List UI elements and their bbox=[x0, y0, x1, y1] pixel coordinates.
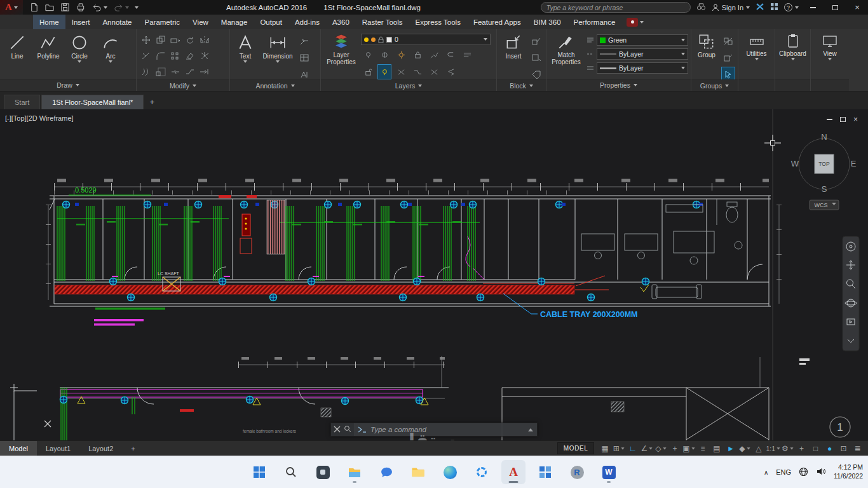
new-tab-button[interactable]: + bbox=[145, 95, 159, 109]
start-button[interactable] bbox=[247, 460, 271, 484]
view-cube[interactable]: N W E S TOP WCS bbox=[791, 132, 857, 210]
layer-properties-button[interactable]: Layer Properties bbox=[323, 31, 359, 65]
clock[interactable]: 4:12 PM 11/6/2022 bbox=[834, 463, 863, 480]
tab-insert[interactable]: Insert bbox=[65, 15, 97, 29]
panel-foot-modify[interactable]: Modify bbox=[137, 79, 229, 91]
status-clean-screen-toggle[interactable]: ⊡ bbox=[837, 442, 850, 455]
trim-tool[interactable] bbox=[139, 48, 153, 64]
panel-foot-draw[interactable]: Draw bbox=[0, 79, 136, 91]
status-3dosnap-toggle[interactable]: ◆ bbox=[738, 442, 751, 455]
lengthen-tool[interactable] bbox=[198, 64, 212, 79]
match-properties-button[interactable]: Match Properties bbox=[549, 31, 583, 65]
fillet-tool[interactable] bbox=[154, 48, 168, 64]
status-grid-toggle[interactable]: ▦ bbox=[598, 442, 611, 455]
panel-foot-groups[interactable]: Groups bbox=[691, 79, 738, 91]
command-customize-icon[interactable] bbox=[334, 424, 341, 435]
break-tool[interactable] bbox=[168, 64, 182, 79]
explode-tool[interactable] bbox=[198, 48, 212, 64]
rotate-tool[interactable] bbox=[183, 32, 197, 48]
create-block-tool[interactable] bbox=[529, 50, 543, 65]
tab-bim360[interactable]: BIM 360 bbox=[527, 15, 567, 29]
taskbar-blue-ring-app[interactable] bbox=[470, 460, 494, 484]
tab-addins[interactable]: Add-ins bbox=[288, 15, 326, 29]
panel-foot-layers[interactable]: Layers bbox=[321, 79, 496, 91]
taskbar-chat[interactable] bbox=[374, 460, 398, 484]
help-button[interactable]: ? bbox=[784, 3, 799, 11]
status-osnap-toggle[interactable]: ▣ bbox=[682, 442, 695, 455]
undo-button[interactable] bbox=[92, 3, 107, 12]
status-isolate-toggle[interactable]: □ bbox=[809, 442, 822, 455]
network-globe-icon[interactable] bbox=[799, 467, 808, 478]
status-transparency-toggle[interactable]: ▤ bbox=[710, 442, 723, 455]
tab-performance[interactable]: Performance bbox=[567, 15, 622, 29]
utilities-button[interactable]: Utilities bbox=[742, 31, 771, 60]
circle-tool[interactable]: Circle bbox=[65, 31, 94, 63]
compass-east[interactable]: E bbox=[851, 159, 857, 168]
offset-tool[interactable] bbox=[139, 64, 153, 79]
object-color-dropdown[interactable]: Green bbox=[597, 34, 688, 46]
properties-list-icon[interactable] bbox=[585, 36, 595, 44]
panel-foot-properties[interactable]: Properties bbox=[546, 79, 691, 91]
layer-delete-tool[interactable] bbox=[427, 64, 441, 79]
tab-output[interactable]: Output bbox=[254, 15, 288, 29]
clipboard-button[interactable]: Clipboard bbox=[778, 31, 808, 60]
layer-walk-tool[interactable] bbox=[460, 47, 474, 62]
layout2-tab[interactable]: Layout2 bbox=[79, 441, 122, 456]
erase-tool[interactable] bbox=[183, 48, 197, 64]
taskbar-table-app[interactable] bbox=[533, 460, 557, 484]
viewport-close-icon[interactable]: × bbox=[853, 115, 858, 124]
model-tab[interactable]: Model bbox=[0, 441, 37, 456]
open-file-button[interactable] bbox=[44, 3, 55, 12]
wcs-label[interactable]: WCS bbox=[815, 202, 828, 208]
status-selection-cycling-toggle[interactable]: ► bbox=[724, 442, 737, 455]
layer-prev-tool[interactable] bbox=[444, 47, 458, 62]
command-input[interactable]: Type a command bbox=[370, 426, 528, 433]
compass-north[interactable]: N bbox=[821, 132, 827, 142]
save-button[interactable] bbox=[60, 3, 70, 12]
plot-button[interactable] bbox=[76, 3, 86, 12]
taskbar-app-dark[interactable] bbox=[311, 460, 335, 484]
view-button[interactable]: View bbox=[815, 31, 844, 60]
array-tool[interactable] bbox=[168, 48, 182, 64]
tab-express-tools[interactable]: Express Tools bbox=[409, 15, 467, 29]
tab-view[interactable]: View bbox=[186, 15, 215, 29]
new-layout-button[interactable]: + bbox=[122, 441, 144, 456]
tab-annotate[interactable]: Annotate bbox=[96, 15, 138, 29]
model-space-badge[interactable]: MODEL bbox=[557, 442, 595, 454]
taskbar-word[interactable]: W bbox=[597, 460, 621, 484]
arc-tool[interactable]: Arc bbox=[96, 31, 125, 63]
status-workspace-switcher[interactable]: ⚙ bbox=[781, 442, 794, 455]
file-tab-start[interactable]: Start bbox=[4, 95, 40, 109]
autodesk-exchange-icon[interactable] bbox=[756, 3, 764, 12]
dimension-tool[interactable]: Dimension bbox=[260, 31, 295, 63]
status-snap-toggle[interactable]: ⊞ bbox=[612, 442, 625, 455]
viewport-controls-label[interactable]: [-][Top][2D Wireframe] bbox=[5, 114, 74, 122]
status-dynamic-ucs-toggle[interactable]: △ bbox=[752, 442, 765, 455]
command-line[interactable]: Type a command bbox=[330, 423, 538, 437]
scale-tool[interactable] bbox=[154, 64, 168, 79]
compass-west[interactable]: W bbox=[791, 159, 799, 168]
close-button[interactable]: × bbox=[849, 0, 865, 15]
app-menu-button[interactable]: A bbox=[0, 0, 23, 15]
polyline-tool[interactable]: Polyline bbox=[34, 31, 63, 60]
panel-foot-annotation[interactable]: Annotation bbox=[230, 79, 320, 91]
insert-block-button[interactable]: Insert bbox=[499, 31, 527, 60]
multileader-tool[interactable] bbox=[297, 34, 311, 49]
qat-customize-button[interactable] bbox=[135, 6, 139, 9]
linetype-dropdown[interactable]: ByLayer bbox=[597, 48, 688, 60]
layer-isolate-tool[interactable] bbox=[377, 47, 391, 62]
line-tool[interactable]: Line bbox=[3, 31, 32, 60]
text-tool[interactable]: Text bbox=[233, 31, 258, 63]
taskbar-search-button[interactable] bbox=[279, 460, 303, 484]
taskbar-file-explorer[interactable] bbox=[342, 460, 367, 484]
stretch-tool[interactable] bbox=[168, 32, 182, 48]
tab-manage[interactable]: Manage bbox=[215, 15, 254, 29]
tab-featured-apps[interactable]: Featured Apps bbox=[467, 15, 527, 29]
layer-thaw-tool[interactable] bbox=[394, 64, 408, 79]
tab-home[interactable]: Home bbox=[33, 15, 65, 29]
taskbar-folder[interactable] bbox=[406, 460, 430, 484]
layer-unlock-tool[interactable] bbox=[361, 64, 375, 79]
status-polar-toggle[interactable]: ∠ bbox=[640, 442, 653, 455]
status-graphics-performance-toggle[interactable]: ● bbox=[823, 442, 836, 455]
taskbar-autocad[interactable]: A bbox=[501, 460, 526, 484]
